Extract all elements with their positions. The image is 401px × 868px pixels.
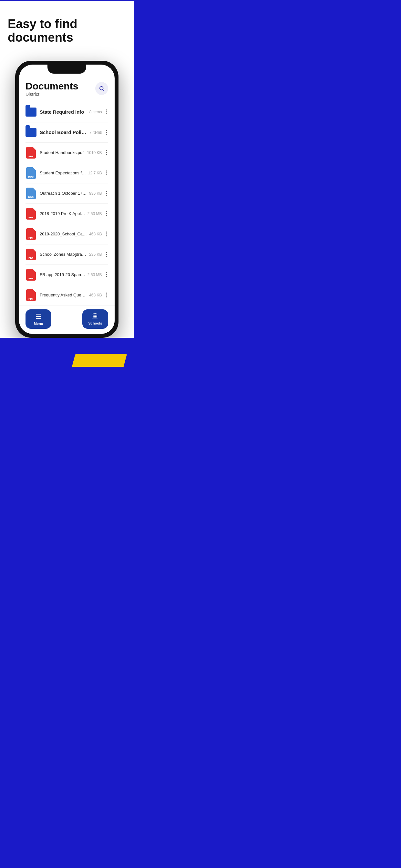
pdf-icon-container: PDF <box>26 269 36 281</box>
pdf-icon-container: PDF <box>26 289 36 301</box>
more-options-button[interactable] <box>104 291 109 299</box>
tab-menu-label: Menu <box>34 321 43 326</box>
phone-notch <box>48 65 86 73</box>
tab-schools[interactable]: 🏛 Schools <box>82 309 108 329</box>
phone-mockup: Documents District <box>15 61 119 338</box>
more-options-button[interactable] <box>104 169 109 177</box>
tab-bar: ☰ Menu 🏛 Schools <box>19 305 115 334</box>
list-item[interactable]: DOC Outreach 1 October 17th.doc 936 KB <box>26 183 108 204</box>
file-size: 7 items <box>89 130 102 135</box>
tab-schools-label: Schools <box>89 321 102 325</box>
file-size: 2.53 MB <box>88 212 102 216</box>
pdf-icon: PDF <box>26 269 36 281</box>
menu-icon: ☰ <box>35 313 41 320</box>
documents-subtitle: District <box>26 92 78 97</box>
pdf-icon-container: PDF <box>26 248 36 260</box>
list-item[interactable]: PDF Frequently Asked Questions... 468 KB <box>26 285 108 305</box>
file-name: Student Expectations for... <box>40 170 88 175</box>
file-size: 235 KB <box>89 252 102 257</box>
doc-icon-container: DOC <box>26 167 36 179</box>
schools-icon: 🏛 <box>92 313 98 320</box>
more-options-button[interactable] <box>104 149 109 157</box>
pdf-icon: PDF <box>26 208 36 220</box>
pdf-icon: PDF <box>26 289 36 301</box>
more-options-button[interactable] <box>104 190 109 197</box>
file-size: 8 items <box>89 110 102 114</box>
blue-bottom-bar <box>0 367 134 376</box>
list-item[interactable]: State Required Info 8 items <box>26 102 108 122</box>
file-size: 468 KB <box>89 232 102 237</box>
folder-icon-container <box>26 106 36 118</box>
file-name: FR app 2019-20 Spanish <box>40 272 88 277</box>
more-options-button[interactable] <box>104 271 109 279</box>
file-name: School Zones Map[draft 2]... <box>40 252 89 257</box>
file-name: 2018-2019 Pre K Applic... <box>40 211 88 216</box>
folder-icon <box>26 107 36 117</box>
file-size: 12.7 KB <box>88 171 102 175</box>
more-options-button[interactable] <box>104 210 109 218</box>
folder-icon-container <box>26 126 36 138</box>
list-item[interactable]: School Board Policies 7 items <box>26 122 108 143</box>
file-size: 468 KB <box>89 293 102 298</box>
file-name: School Board Policies <box>40 129 89 135</box>
file-name: State Required Info <box>40 109 89 115</box>
pdf-icon-container: PDF <box>26 228 36 240</box>
search-button[interactable] <box>95 82 108 95</box>
more-options-button[interactable] <box>104 128 109 136</box>
svg-line-1 <box>103 89 104 91</box>
doc-icon: DOC <box>26 188 36 199</box>
pdf-icon: PDF <box>26 147 36 159</box>
file-name: Frequently Asked Questions... <box>40 292 89 298</box>
file-size: 1010 KB <box>87 151 102 155</box>
more-options-button[interactable] <box>104 251 109 258</box>
tab-menu[interactable]: ☰ Menu <box>26 309 51 329</box>
file-name: Student Handbooks.pdf <box>40 150 87 155</box>
list-item[interactable]: PDF Student Handbooks.pdf 1010 KB <box>26 143 108 163</box>
list-item[interactable]: PDF FR app 2019-20 Spanish 2.53 MB <box>26 265 108 285</box>
pdf-icon: PDF <box>26 249 36 260</box>
file-size: 936 KB <box>89 191 102 196</box>
more-options-button[interactable] <box>104 230 109 238</box>
pdf-icon-container: PDF <box>26 147 36 159</box>
documents-title: Documents <box>26 81 78 92</box>
file-size: 2.53 MB <box>88 273 102 277</box>
pdf-icon-container: PDF <box>26 208 36 220</box>
doc-icon-container: DOC <box>26 187 36 199</box>
file-name: Outreach 1 October 17th.doc <box>40 191 89 196</box>
file-list: State Required Info 8 items <box>26 102 108 305</box>
pdf-icon: PDF <box>26 228 36 240</box>
list-item[interactable]: PDF School Zones Map[draft 2]... 235 KB <box>26 244 108 265</box>
list-item[interactable]: PDF 2018-2019 Pre K Applic... 2.53 MB <box>26 204 108 224</box>
documents-header: Documents District <box>26 81 78 97</box>
more-options-button[interactable] <box>104 108 109 116</box>
list-item[interactable]: PDF 2019-2020_School_Calenda... 468 KB <box>26 224 108 244</box>
doc-icon: DOC <box>26 167 36 179</box>
list-item[interactable]: DOC Student Expectations for... 12.7 KB <box>26 163 108 183</box>
file-name: 2019-2020_School_Calenda... <box>40 231 89 237</box>
search-icon <box>99 86 104 91</box>
folder-icon <box>26 128 36 137</box>
phone-screen: Documents District <box>19 65 115 334</box>
page-heading: Easy to find documents <box>8 18 126 44</box>
